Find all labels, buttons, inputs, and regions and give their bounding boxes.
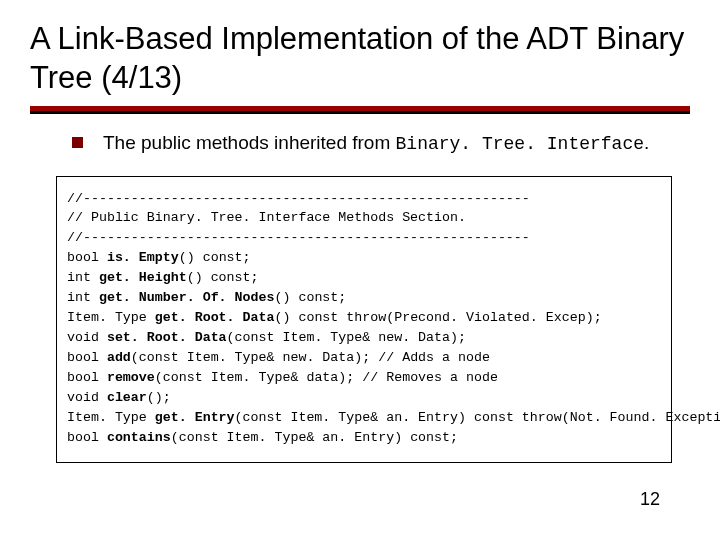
bullet-text-post: . — [644, 132, 649, 153]
bullet-text-pre: The public methods inherited from — [103, 132, 396, 153]
title-rule — [30, 106, 690, 114]
slide-title: A Link-Based Implementation of the ADT B… — [30, 20, 690, 98]
code-block: //--------------------------------------… — [56, 176, 672, 463]
slide: A Link-Based Implementation of the ADT B… — [0, 0, 720, 540]
bullet-row: The public methods inherited from Binary… — [72, 132, 690, 154]
bullet-text: The public methods inherited from Binary… — [103, 132, 649, 154]
square-bullet-icon — [72, 137, 83, 148]
slide-number: 12 — [640, 489, 660, 510]
bullet-text-code: Binary. Tree. Interface — [396, 134, 644, 154]
